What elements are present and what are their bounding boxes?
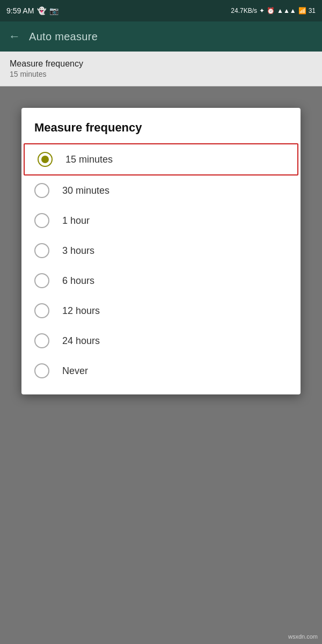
time-display: 9:59 AM [6,6,34,15]
radio-circle-30min [34,183,49,198]
settings-row-subtitle: 15 minutes [10,70,312,78]
radio-option-12hr[interactable]: 12 hours [21,296,301,326]
radio-circle-12hr [34,303,49,318]
snapchat-icon: 👻 [37,6,46,15]
back-button[interactable]: ← [9,30,20,43]
toolbar: ← Auto measure [0,21,322,52]
radio-circle-3hr [34,243,49,258]
radio-circle-never [34,363,49,378]
radio-label-1hr: 1 hour [62,215,90,226]
settings-row-title: Measure frequency [10,59,312,69]
radio-option-24hr[interactable]: 24 hours [21,326,301,356]
radio-option-30min[interactable]: 30 minutes [21,175,301,206]
radio-label-12hr: 12 hours [62,305,100,317]
radio-label-24hr: 24 hours [62,335,100,347]
radio-label-6hr: 6 hours [62,275,94,287]
radio-circle-1hr [34,213,49,228]
bluetooth-icon: ✦ [259,7,265,14]
page-background: Measure frequency 15 minutes30 minutes1 … [0,86,322,644]
radio-option-1hr[interactable]: 1 hour [21,206,301,236]
radio-option-6hr[interactable]: 6 hours [21,266,301,296]
radio-circle-15min [38,152,53,167]
signal-icons: ▲▲▲ [277,7,296,14]
radio-label-never: Never [62,365,88,377]
dialog-title: Measure frequency [21,121,301,143]
status-bar: 9:59 AM 👻 📷 24.7KB/s ✦ ⏰ ▲▲▲ 📶 31 [0,0,322,21]
radio-label-3hr: 3 hours [62,245,94,257]
settings-row[interactable]: Measure frequency 15 minutes [0,52,322,86]
camera-icon: 📷 [49,6,58,15]
radio-label-30min: 30 minutes [62,185,109,196]
status-bar-right: 24.7KB/s ✦ ⏰ ▲▲▲ 📶 31 [231,7,316,14]
toolbar-title: Auto measure [29,31,98,43]
wifi-icon: 📶 [298,7,306,14]
radio-label-15min: 15 minutes [65,154,113,165]
measure-frequency-dialog: Measure frequency 15 minutes30 minutes1 … [21,108,301,394]
radio-options-list: 15 minutes30 minutes1 hour3 hours6 hours… [21,143,301,386]
radio-option-15min[interactable]: 15 minutes [24,143,298,175]
battery-display: 31 [309,7,316,14]
network-speed: 24.7KB/s [231,7,257,14]
radio-circle-24hr [34,333,49,348]
radio-circle-6hr [34,273,49,288]
radio-option-never[interactable]: Never [21,356,301,386]
alarm-icon: ⏰ [267,7,275,14]
radio-option-3hr[interactable]: 3 hours [21,236,301,266]
status-bar-left: 9:59 AM 👻 📷 [6,6,58,15]
